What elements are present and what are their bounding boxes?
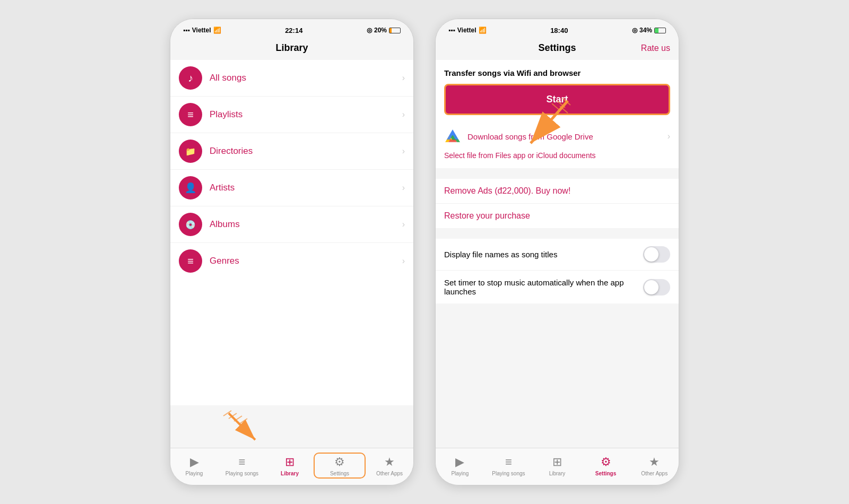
chevron-icon-1: › — [402, 110, 405, 119]
tab-library-2[interactable]: ⊞ Library — [533, 453, 582, 479]
all-songs-icon: ♪ — [179, 66, 202, 90]
chevron-icon-4: › — [402, 220, 405, 229]
battery-fill-2 — [655, 28, 659, 33]
library-label-2: Library — [549, 471, 566, 476]
library-item-directories[interactable]: 📁 Directories › — [170, 133, 413, 170]
set-timer-toggle[interactable] — [643, 279, 670, 296]
tab-other-apps-2[interactable]: ★ Other Apps — [630, 453, 679, 479]
playlists-label: Playlists — [210, 109, 402, 120]
toggle-knob-2 — [644, 280, 659, 294]
select-files-link[interactable]: Select file from Files app or iCloud doc… — [444, 151, 670, 160]
tab-library-1[interactable]: ⊞ Library — [266, 453, 314, 479]
chevron-icon-5: › — [402, 256, 405, 266]
tab-playing-songs-2[interactable]: ≡ Playing songs — [484, 453, 533, 479]
toggle-knob-1 — [644, 247, 659, 262]
tab-playing-1[interactable]: ▶ Playing — [170, 453, 218, 479]
playing-songs-icon-2: ≡ — [505, 455, 512, 469]
battery-bar-2 — [654, 28, 666, 33]
arrow-spacer — [444, 115, 670, 120]
other-apps-label-1: Other Apps — [376, 471, 403, 476]
ads-section: Remove Ads (đ22,000). Buy now! Restore y… — [436, 179, 679, 228]
library-item-all-songs[interactable]: ♪ All songs › — [170, 60, 413, 97]
google-drive-chevron: › — [668, 132, 670, 141]
tab-playing-2[interactable]: ▶ Playing — [436, 453, 484, 479]
directories-label: Directories — [210, 146, 402, 157]
transfer-title: Transfer songs via Wifi and browser — [444, 68, 670, 77]
settings-title-row: Settings Rate us — [436, 38, 679, 60]
start-button[interactable]: Start — [444, 84, 670, 115]
settings-label-1: Settings — [330, 471, 349, 476]
location-icon: ◎ — [367, 27, 372, 34]
phone-settings: ▪▪▪ Viettel 📶 18:40 ◎ 34% Settings Rate … — [435, 19, 679, 485]
tab-playing-songs-1[interactable]: ≡ Playing songs — [218, 453, 266, 479]
status-time-1: 22:14 — [285, 27, 302, 34]
library-list: ♪ All songs › ≡ Playlists › 📁 Directorie… — [170, 60, 413, 405]
library-item-genres[interactable]: ≡ Genres › — [170, 243, 413, 279]
google-drive-row[interactable]: Download songs from Google Drive › — [444, 120, 670, 145]
set-timer-row: Set timer to stop music automatically wh… — [436, 271, 679, 303]
battery-fill-1 — [389, 28, 392, 33]
google-drive-icon — [444, 128, 461, 145]
genres-icon: ≡ — [179, 249, 202, 273]
status-time-2: 18:40 — [550, 27, 568, 34]
divider-1 — [436, 168, 679, 179]
playing-songs-icon-1: ≡ — [239, 455, 246, 469]
remove-ads-link[interactable]: Remove Ads (đ22,000). Buy now! — [436, 179, 679, 204]
artists-icon: 👤 — [179, 176, 202, 199]
rate-us-button[interactable]: Rate us — [641, 44, 670, 53]
toggle-section: Display file names as song titles Set ti… — [436, 239, 679, 303]
divider-2 — [436, 228, 679, 239]
svg-line-5 — [239, 419, 247, 424]
albums-label: Albums — [210, 219, 402, 230]
chevron-icon-0: › — [402, 73, 405, 83]
playlists-icon: ≡ — [179, 103, 202, 126]
google-drive-label: Download songs from Google Drive — [467, 132, 668, 141]
all-songs-label: All songs — [210, 73, 402, 83]
settings-icon-2: ⚙ — [601, 455, 611, 469]
status-carrier-2: ▪▪▪ Viettel 📶 — [448, 27, 487, 34]
display-file-names-row: Display file names as song titles — [436, 239, 679, 271]
playing-icon-2: ▶ — [455, 455, 464, 469]
playing-icon-1: ▶ — [190, 455, 199, 469]
library-item-playlists[interactable]: ≡ Playlists › — [170, 97, 413, 133]
playing-songs-label-2: Playing songs — [492, 471, 525, 476]
signal-icon-2: ▪▪▪ — [448, 27, 455, 34]
directories-icon: 📁 — [179, 140, 202, 163]
wifi-icon-2: 📶 — [479, 27, 487, 34]
library-item-artists[interactable]: 👤 Artists › — [170, 170, 413, 206]
arrow-annotation-1 — [186, 405, 292, 448]
library-title: Library — [170, 38, 413, 60]
status-bar-2: ▪▪▪ Viettel 📶 18:40 ◎ 34% — [436, 19, 679, 38]
settings-label-2: Settings — [595, 471, 616, 476]
status-battery-2: ◎ 34% — [632, 27, 666, 34]
library-label-1: Library — [281, 471, 299, 476]
restore-purchase-link[interactable]: Restore your purchase — [436, 204, 679, 228]
display-file-names-toggle[interactable] — [643, 246, 670, 263]
other-apps-icon-2: ★ — [649, 455, 660, 469]
tab-other-apps-1[interactable]: ★ Other Apps — [366, 453, 413, 479]
wifi-transfer-section: Transfer songs via Wifi and browser Star… — [436, 60, 679, 168]
tab-settings-2[interactable]: ⚙ Settings — [582, 453, 630, 479]
tab-settings-1[interactable]: ⚙ Settings — [314, 453, 366, 479]
phone-library: ▪▪▪ Viettel 📶 22:14 ◎ 20% Library — [170, 19, 414, 485]
settings-title: Settings — [538, 42, 576, 54]
status-battery-1: ◎ 20% — [367, 27, 401, 34]
wifi-icon: 📶 — [213, 27, 221, 34]
playing-songs-label-1: Playing songs — [226, 471, 258, 476]
other-apps-icon-1: ★ — [384, 455, 395, 469]
set-timer-label: Set timer to stop music automatically wh… — [444, 278, 643, 296]
library-icon-1: ⊞ — [285, 455, 294, 469]
playing-label-1: Playing — [186, 471, 203, 476]
status-carrier-1: ▪▪▪ Viettel 📶 — [183, 27, 221, 34]
library-icon-2: ⊞ — [552, 455, 562, 469]
settings-content: Transfer songs via Wifi and browser Star… — [436, 60, 679, 448]
library-item-albums[interactable]: 💿 Albums › — [170, 206, 413, 243]
playing-label-2: Playing — [451, 471, 469, 476]
tab-bar-1: ▶ Playing ≡ Playing songs ⊞ Library ⚙ Se… — [170, 448, 413, 485]
display-file-names-label: Display file names as song titles — [444, 250, 643, 259]
battery-bar-1 — [389, 28, 401, 33]
tab-bar-2: ▶ Playing ≡ Playing songs ⊞ Library ⚙ Se… — [436, 448, 679, 485]
settings-icon-1: ⚙ — [334, 455, 345, 469]
location-icon-2: ◎ — [632, 27, 637, 34]
other-apps-label-2: Other Apps — [641, 471, 668, 476]
